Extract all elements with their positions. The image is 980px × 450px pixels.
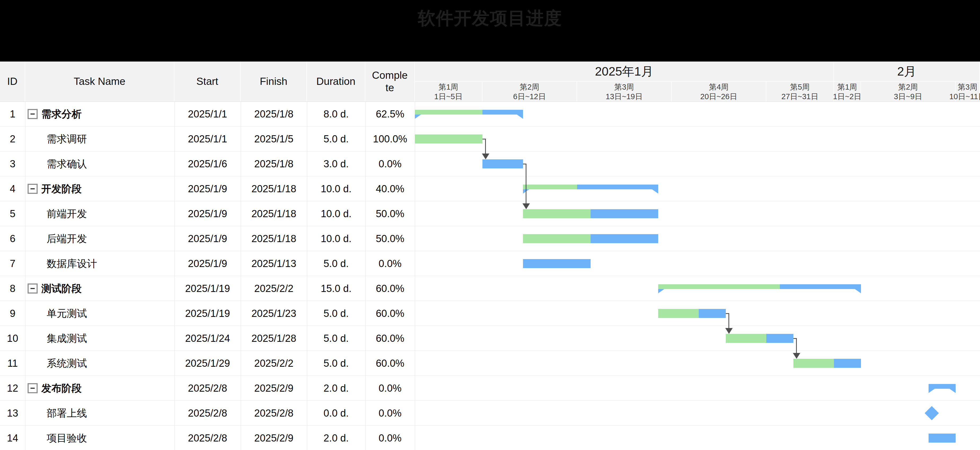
task-name-cell: 项目验收 bbox=[25, 426, 177, 450]
task-complete-cell: 62.5% bbox=[365, 102, 415, 126]
task-complete-cell: 40.0% bbox=[365, 176, 415, 201]
task-complete-cell: 50.0% bbox=[365, 226, 415, 251]
timeline-week-label: 第2周6日~12日 bbox=[513, 82, 546, 101]
timeline-month: 2025年1月 bbox=[415, 62, 834, 82]
summary-cap-left bbox=[658, 289, 664, 293]
collapse-icon[interactable] bbox=[27, 383, 38, 393]
task-duration-cell: 5.0 d. bbox=[307, 326, 365, 351]
bar-remaining-segment bbox=[482, 160, 523, 168]
task-name-label: 发布阶段 bbox=[41, 381, 82, 395]
bar-remaining-segment bbox=[482, 110, 523, 115]
task-id-cell: 8 bbox=[0, 276, 25, 301]
task-row[interactable]: 10集成测试2025/1/242025/1/285.0 d.60.0% bbox=[0, 326, 415, 351]
week-date-range: 10日~11日 bbox=[949, 92, 980, 101]
collapse-icon[interactable] bbox=[27, 284, 38, 294]
task-duration-cell: 5.0 d. bbox=[307, 351, 365, 376]
task-name-label: 开发阶段 bbox=[41, 182, 82, 196]
week-number: 第2周 bbox=[513, 82, 546, 91]
task-start-cell: 2025/1/1 bbox=[174, 126, 241, 152]
bar-complete-segment bbox=[658, 284, 780, 289]
task-row[interactable]: 3需求确认2025/1/62025/1/83.0 d.0.0% bbox=[0, 152, 415, 176]
summary-cap-right bbox=[855, 289, 861, 293]
task-name-cell: 需求调研 bbox=[25, 126, 177, 152]
task-bar[interactable] bbox=[415, 134, 482, 144]
task-finish-cell: 2025/1/23 bbox=[241, 301, 307, 326]
task-start-cell: 2025/1/6 bbox=[174, 152, 241, 176]
task-row[interactable]: 13部署上线2025/2/82025/2/80.0 d.0.0% bbox=[0, 401, 415, 426]
task-start-cell: 2025/1/19 bbox=[174, 301, 241, 326]
bar-remaining-segment bbox=[929, 434, 956, 442]
week-date-range: 1日~2日 bbox=[833, 92, 861, 101]
task-row[interactable]: 11系统测试2025/1/292025/2/25.0 d.60.0% bbox=[0, 351, 415, 376]
task-finish-cell: 2025/2/9 bbox=[241, 426, 307, 450]
task-bar[interactable] bbox=[482, 160, 523, 168]
timeline-week: 第2周3日~9日 bbox=[861, 82, 956, 102]
bar-remaining-segment bbox=[590, 234, 658, 243]
task-row[interactable]: 7数据库设计2025/1/92025/1/135.0 d.0.0% bbox=[0, 251, 415, 276]
bar-remaining-segment bbox=[523, 259, 590, 268]
summary-bar[interactable] bbox=[658, 284, 861, 289]
week-number: 第5周 bbox=[781, 82, 818, 91]
task-duration-cell: 2.0 d. bbox=[307, 376, 365, 401]
week-number: 第3周 bbox=[949, 82, 980, 91]
task-name-label: 需求调研 bbox=[47, 132, 87, 146]
summary-cap-left bbox=[929, 389, 935, 393]
task-id-cell: 14 bbox=[0, 426, 25, 450]
page-title: 软件开发项目进度 bbox=[0, 7, 980, 30]
timeline-month-label: 2025年1月 bbox=[595, 63, 654, 80]
week-date-range: 3日~9日 bbox=[894, 92, 922, 101]
summary-bar[interactable] bbox=[929, 384, 956, 389]
task-id-cell: 4 bbox=[0, 176, 25, 201]
column-header-duration: Duration bbox=[307, 62, 365, 102]
dependency-connector-v bbox=[526, 164, 527, 204]
timeline-week: 第2周6日~12日 bbox=[482, 82, 577, 102]
task-row[interactable]: 12发布阶段2025/2/82025/2/92.0 d.0.0% bbox=[0, 376, 415, 401]
timeline-week: 第1周1日~5日 bbox=[415, 82, 482, 102]
task-finish-cell: 2025/1/18 bbox=[241, 201, 307, 226]
task-row[interactable]: 1需求分析2025/1/12025/1/88.0 d.62.5% bbox=[0, 102, 415, 126]
task-bar[interactable] bbox=[523, 259, 590, 268]
task-bar[interactable] bbox=[929, 434, 956, 442]
bar-complete-segment bbox=[793, 359, 834, 368]
task-start-cell: 2025/2/8 bbox=[174, 426, 241, 450]
dependency-connector-v bbox=[796, 338, 797, 354]
collapse-icon[interactable] bbox=[27, 109, 38, 119]
milestone-diamond[interactable] bbox=[924, 406, 939, 420]
task-row[interactable]: 5前端开发2025/1/92025/1/1810.0 d.50.0% bbox=[0, 201, 415, 226]
task-duration-cell: 10.0 d. bbox=[307, 226, 365, 251]
task-duration-cell: 2.0 d. bbox=[307, 426, 365, 450]
task-start-cell: 2025/1/1 bbox=[174, 102, 241, 126]
arrow-down-icon bbox=[522, 203, 530, 209]
task-name-cell: 系统测试 bbox=[25, 351, 177, 376]
summary-bar[interactable] bbox=[523, 185, 658, 189]
task-row[interactable]: 2需求调研2025/1/12025/1/55.0 d.100.0% bbox=[0, 126, 415, 152]
summary-bar[interactable] bbox=[415, 110, 523, 115]
task-name-label: 集成测试 bbox=[47, 332, 87, 345]
bar-complete-segment bbox=[415, 134, 482, 144]
task-id-cell: 1 bbox=[0, 102, 25, 126]
task-bar[interactable] bbox=[726, 334, 793, 343]
task-bar[interactable] bbox=[658, 309, 726, 318]
task-row[interactable]: 6后端开发2025/1/92025/1/1810.0 d.50.0% bbox=[0, 226, 415, 251]
timeline-week: 第5周27日~31日 bbox=[766, 82, 834, 102]
timeline-week-label: 第3周13日~19日 bbox=[606, 82, 643, 101]
timeline-week-label: 第1周1日~2日 bbox=[833, 82, 861, 101]
task-row[interactable]: 14项目验收2025/2/82025/2/92.0 d.0.0% bbox=[0, 426, 415, 450]
week-date-range: 20日~26日 bbox=[700, 92, 737, 101]
task-start-cell: 2025/1/9 bbox=[174, 201, 241, 226]
task-row[interactable]: 8测试阶段2025/1/192025/2/215.0 d.60.0% bbox=[0, 276, 415, 301]
task-row[interactable]: 4开发阶段2025/1/92025/1/1810.0 d.40.0% bbox=[0, 176, 415, 201]
task-name-cell: 集成测试 bbox=[25, 326, 177, 351]
task-id-cell: 10 bbox=[0, 326, 25, 351]
column-header-complete: Complete bbox=[365, 62, 415, 102]
task-bar[interactable] bbox=[523, 209, 658, 218]
task-bar[interactable] bbox=[793, 359, 861, 368]
collapse-icon[interactable] bbox=[27, 184, 38, 194]
task-finish-cell: 2025/1/8 bbox=[241, 152, 307, 176]
task-bar[interactable] bbox=[523, 234, 658, 243]
task-row[interactable]: 9单元测试2025/1/192025/1/235.0 d.60.0% bbox=[0, 301, 415, 326]
task-start-cell: 2025/1/9 bbox=[174, 176, 241, 201]
bar-remaining-segment bbox=[699, 309, 726, 318]
task-name-cell: 开发阶段 bbox=[25, 176, 177, 201]
dependency-connector-v bbox=[729, 313, 729, 329]
